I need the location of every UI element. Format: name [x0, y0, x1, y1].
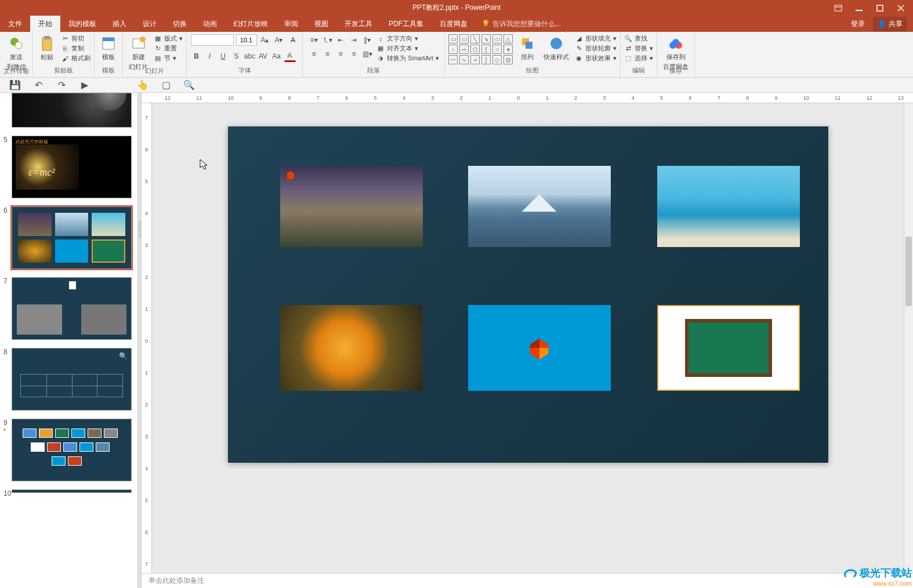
image-cityscape[interactable] [280, 166, 423, 247]
shadow-button[interactable]: S [231, 50, 242, 62]
align-right-button[interactable]: ≡ [335, 48, 346, 60]
tab-pdftools[interactable]: PDF工具集 [381, 16, 432, 32]
image-beach[interactable] [657, 166, 800, 247]
minimize-icon[interactable] [854, 4, 864, 12]
vertical-ruler[interactable]: 765432101234567 [142, 103, 152, 573]
undo-button[interactable]: ↶ [32, 79, 44, 91]
bullets-button[interactable]: ≡▾ [308, 34, 320, 46]
indent-dec-button[interactable]: ⇤ [335, 34, 346, 46]
shape-rbrace[interactable]: } [481, 55, 491, 64]
shape-oval[interactable]: ○ [448, 45, 458, 54]
tab-developer[interactable]: 开发工具 [336, 16, 381, 32]
shape-arrow[interactable]: ➘ [481, 34, 491, 43]
save-button[interactable]: 💾 [9, 79, 21, 91]
section-button[interactable]: ▤节▾ [154, 54, 183, 63]
shape-callout[interactable]: ◇ [492, 55, 502, 64]
shape-effect-button[interactable]: ◉形状效果▾ [575, 54, 617, 63]
paste-button[interactable]: 粘贴 [37, 34, 57, 63]
shape-more[interactable]: ▾ [503, 45, 513, 54]
align-center-button[interactable]: ≡ [321, 48, 333, 60]
replace-button[interactable]: ⇄替换▾ [624, 44, 653, 53]
image-leaf[interactable] [280, 305, 423, 391]
slide-canvas[interactable] [152, 103, 904, 573]
tab-view[interactable]: 视图 [306, 16, 336, 32]
cut-button[interactable]: ✂剪切 [61, 34, 90, 43]
touch-mode-button[interactable]: 👆 [137, 79, 148, 91]
text-direction-button[interactable]: ↕文字方向▾ [376, 34, 439, 43]
layout-button[interactable]: ▦版式▾ [154, 34, 183, 43]
shape-outline-button[interactable]: ✎形状轮廓▾ [575, 44, 617, 53]
current-slide[interactable] [228, 126, 828, 463]
shape-star[interactable]: ☆ [492, 45, 502, 54]
slide-thumbnail-7[interactable] [12, 277, 132, 340]
slide-thumbnail-6[interactable] [12, 206, 132, 269]
clear-format-button[interactable]: A̶ [287, 34, 299, 46]
align-text-button[interactable]: ▦对齐文本▾ [376, 44, 439, 53]
shape-curve[interactable]: 〰 [448, 55, 458, 64]
shape-conn2[interactable]: ⤶ [470, 55, 480, 64]
font-color-button[interactable]: A [284, 50, 296, 62]
horizontal-ruler[interactable]: 121110987654321012345678910111213 [142, 93, 913, 103]
italic-button[interactable]: I [204, 50, 216, 62]
spacing-button[interactable]: AV [258, 50, 269, 62]
slide-thumbnail-10[interactable] [12, 489, 132, 493]
shape-fill-button[interactable]: ◢形状填充▾ [575, 34, 617, 43]
shape-rect3[interactable]: ▭ [492, 34, 502, 43]
scrollbar-thumb[interactable] [905, 237, 912, 306]
tell-me-search[interactable]: 💡 告诉我您想要做什么... [476, 16, 561, 32]
shape-rect2[interactable]: ▭ [459, 34, 469, 43]
slide-thumbnail-4[interactable] [12, 93, 132, 128]
vertical-scrollbar[interactable] [904, 103, 913, 573]
indent-inc-button[interactable]: ⇥ [348, 34, 360, 46]
format-painter-button[interactable]: 🖌格式刷 [61, 54, 90, 63]
decrease-font-button[interactable]: A▾ [273, 34, 285, 46]
tab-design[interactable]: 设计 [135, 16, 165, 32]
tab-mytemplate[interactable]: 我的模板 [60, 16, 104, 32]
line-spacing-button[interactable]: ‖▾ [361, 34, 373, 46]
tab-animation[interactable]: 动画 [195, 16, 225, 32]
arrange-button[interactable]: 排列 [517, 34, 538, 63]
shape-hex[interactable]: ⬡ [470, 45, 480, 54]
image-chalkboard[interactable] [657, 305, 800, 391]
shape-conn[interactable]: ⤷ [459, 55, 469, 64]
redo-button[interactable]: ↷ [56, 79, 67, 91]
slide-thumbnail-pane[interactable]: 5 此处照片的标题 ε=mc² 6 [0, 93, 138, 588]
shape-tri[interactable]: △ [503, 34, 513, 43]
shape-arrow2[interactable]: ⇨ [459, 45, 469, 54]
tab-insert[interactable]: 插入 [104, 16, 135, 32]
tab-slideshow[interactable]: 幻灯片放映 [225, 16, 276, 32]
font-family-input[interactable] [191, 34, 234, 46]
tab-file[interactable]: 文件 [0, 16, 30, 32]
slide-thumbnail-5[interactable]: 此处照片的标题 ε=mc² [12, 136, 132, 198]
qat-magnify-button[interactable]: 🔍 [183, 79, 195, 91]
notes-pane[interactable]: 单击此处添加备注 [142, 573, 913, 588]
find-button[interactable]: 🔍查找 [624, 34, 653, 43]
underline-button[interactable]: U [218, 50, 229, 62]
bold-button[interactable]: B [191, 50, 202, 62]
shape-gallery[interactable]: ▭ ▭ ╲ ➘ ▭ △ ○ ⇨ ⬡ { ☆ ▾ 〰 ⤷ ⤶ } ◇ ⊟ [448, 34, 513, 64]
image-mountain[interactable] [468, 166, 611, 247]
tab-transition[interactable]: 切换 [165, 16, 195, 32]
shape-lbrace[interactable]: { [481, 45, 491, 54]
smartart-button[interactable]: ⬗转换为 SmartArt▾ [376, 54, 439, 63]
justify-button[interactable]: ≡ [348, 48, 360, 60]
select-button[interactable]: ⬚选择▾ [624, 54, 653, 63]
numbering-button[interactable]: ⒈▾ [321, 34, 333, 46]
ribbon-display-icon[interactable] [833, 4, 843, 12]
case-button[interactable]: Aa [271, 50, 282, 62]
tab-home[interactable]: 开始 [30, 16, 60, 32]
quick-styles-button[interactable]: 快速样式 [541, 34, 571, 63]
shape-line[interactable]: ╲ [470, 34, 480, 43]
tab-review[interactable]: 审阅 [276, 16, 306, 32]
qat-slide-button[interactable]: ▢ [160, 79, 172, 91]
slide-thumbnail-9[interactable] [12, 419, 132, 481]
slide-thumbnail-8[interactable]: 🔍 [12, 348, 132, 411]
increase-font-button[interactable]: A▴ [259, 34, 271, 46]
from-beginning-button[interactable]: ▶ [79, 79, 90, 91]
image-office-logo[interactable] [468, 305, 611, 391]
copy-button[interactable]: ⎘复制 [61, 44, 90, 53]
shape-expand[interactable]: ⊟ [503, 55, 513, 64]
login-link[interactable]: 登录 [851, 19, 865, 29]
align-left-button[interactable]: ≡ [308, 48, 320, 60]
columns-button[interactable]: ▥▾ [361, 48, 373, 60]
